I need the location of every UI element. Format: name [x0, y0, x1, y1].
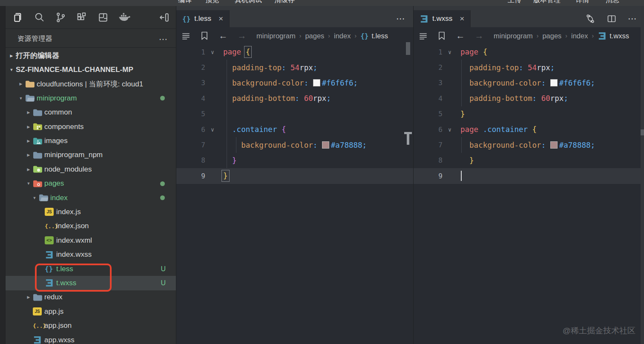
- breadcrumb-segment[interactable]: miniprogram: [256, 32, 296, 40]
- tree-item-app.json[interactable]: {..}app.json: [6, 318, 176, 333]
- outline-icon[interactable]: [176, 31, 195, 41]
- fold-chevron-icon[interactable]: ∨: [205, 49, 220, 55]
- docker-icon[interactable]: [118, 11, 131, 24]
- code-text: [457, 171, 462, 181]
- menu-item[interactable]: 真机调试: [235, 0, 262, 6]
- tree-item-redux[interactable]: ▶redux: [6, 290, 176, 304]
- scrollbar-thumb[interactable]: [406, 42, 410, 55]
- switch-editor-icon[interactable]: [585, 14, 595, 24]
- menu-item[interactable]: 版本管理: [533, 0, 561, 6]
- tree-item-index.json[interactable]: {..}index.json: [6, 219, 176, 233]
- forward-arrow-icon[interactable]: →: [233, 31, 251, 41]
- chevron-right-icon: ▶: [24, 110, 33, 115]
- line-number: 2: [414, 63, 443, 72]
- outline-icon[interactable]: [414, 31, 432, 41]
- menu-item[interactable]: 清缓存: [274, 0, 295, 6]
- tree-item-common[interactable]: ▶common: [6, 106, 176, 120]
- search-icon[interactable]: [33, 11, 46, 24]
- code-line-3: 3 background-color: #f6f6f6;: [176, 75, 413, 91]
- tree-item-miniprogram[interactable]: ▼miniprogram: [6, 91, 176, 105]
- tree-item-app.js[interactable]: JSapp.js: [6, 304, 176, 318]
- tab-t.wxss[interactable]: t.wxss×: [414, 10, 471, 27]
- tree-item-app.wxss[interactable]: app.wxss: [6, 333, 176, 344]
- fold-chevron-icon[interactable]: ∨: [443, 49, 457, 55]
- wxss-icon: [33, 335, 44, 344]
- tree-item-miniprogram_npm[interactable]: ▶miniprogram_npm: [6, 148, 176, 162]
- breadcrumb-segment[interactable]: pages: [305, 32, 324, 40]
- line-number: 1: [176, 48, 205, 56]
- tree-item-label: redux: [44, 293, 63, 301]
- token: [460, 63, 469, 72]
- tree-item-index.wxml[interactable]: <>index.wxml: [6, 233, 176, 247]
- back-arrow-icon[interactable]: ←: [214, 31, 233, 41]
- forward-arrow-icon[interactable]: →: [470, 31, 489, 41]
- code-text: page {: [220, 48, 250, 56]
- breadcrumb-segment[interactable]: pages: [542, 32, 561, 40]
- tree-section-SZ-FINANCE-MALL-CHANNEL-MP[interactable]: ▼SZ-FINANCE-MALL-CHANNEL-MP: [6, 63, 176, 77]
- tree-item-cloudfunctions | 当前环境: cloud1[interactable]: ▶cloudfunctions | 当前环境: cloud1: [6, 77, 176, 91]
- menu-item[interactable]: 上传: [508, 0, 521, 6]
- split-editor-icon[interactable]: [607, 14, 617, 24]
- tree-item-index.wxss[interactable]: index.wxss: [6, 247, 176, 261]
- bookmark-icon[interactable]: [432, 31, 451, 40]
- code-area[interactable]: 1∨page {2 padding-top: 54rpx;3 backgroun…: [176, 44, 413, 344]
- folder-cloud-icon: [25, 80, 37, 88]
- tree-item-index[interactable]: ▼index: [6, 191, 176, 205]
- fold-chevron-icon[interactable]: ∨: [205, 126, 220, 133]
- tab-bar: t.wxss×⋯: [414, 6, 644, 27]
- tree-item-pages[interactable]: ▼pages: [6, 177, 176, 191]
- tab-close-icon[interactable]: ×: [460, 14, 464, 23]
- extensions-icon[interactable]: [75, 11, 88, 24]
- token: [223, 63, 232, 72]
- breadcrumb-segment[interactable]: index: [571, 32, 588, 40]
- scrollbar-thumb[interactable]: [641, 129, 644, 135]
- tree-item-label: cloudfunctions | 当前环境: cloud1: [37, 79, 143, 89]
- tree-item-node_modules[interactable]: ▶node_modules: [6, 162, 176, 176]
- menu-item[interactable]: 预览: [205, 0, 219, 6]
- menu-item[interactable]: 详情: [575, 0, 589, 6]
- breadcrumb-file[interactable]: t.wxss: [598, 32, 629, 40]
- tree-item-label: app.js: [44, 307, 63, 316]
- tree-item-label: index.wxss: [56, 250, 92, 259]
- tab-t.less[interactable]: {}t.less×: [176, 10, 230, 27]
- token: [460, 94, 469, 103]
- more-editor-icon[interactable]: ⋯: [628, 14, 637, 24]
- code-text: }: [220, 156, 237, 165]
- token: [286, 63, 291, 72]
- indent-guide: [461, 137, 462, 152]
- fold-chevron-icon[interactable]: ∨: [443, 126, 457, 133]
- breadcrumb-file[interactable]: {}t.less: [360, 32, 388, 40]
- scrollbar-track[interactable]: [641, 6, 644, 344]
- collapse-sidebar-icon[interactable]: [158, 11, 171, 24]
- token: rpx: [537, 63, 550, 72]
- editor-pane-right[interactable]: t.wxss×⋯←→miniprogram›pages›index›t.wxss…: [413, 6, 644, 344]
- tree-item-index.js[interactable]: JSindex.js: [6, 205, 176, 219]
- color-swatch[interactable]: [550, 141, 558, 149]
- tree-item-t.less[interactable]: {}t.lessU: [6, 262, 176, 276]
- color-swatch[interactable]: [322, 141, 329, 149]
- menu-item[interactable]: 消息: [606, 0, 619, 6]
- color-swatch[interactable]: [313, 79, 320, 86]
- code-area[interactable]: 1∨page {2 padding-top: 54rpx;3 backgroun…: [414, 44, 644, 344]
- tree-item-components[interactable]: ▶components: [6, 120, 176, 134]
- token: ;: [591, 141, 595, 149]
- back-arrow-icon[interactable]: ←: [451, 31, 470, 41]
- bookmark-icon[interactable]: [195, 31, 214, 40]
- more-editor-icon[interactable]: ⋯: [396, 14, 405, 24]
- tree-item-t.wxss[interactable]: t.wxssU: [6, 276, 176, 290]
- folder-slate-icon: [33, 293, 44, 301]
- tree-item-images[interactable]: ▶images: [6, 134, 176, 148]
- breadcrumb-segment[interactable]: miniprogram: [494, 32, 533, 40]
- explorer-icon[interactable]: [12, 11, 24, 24]
- color-swatch[interactable]: [550, 79, 558, 86]
- breadcrumb-segment[interactable]: index: [334, 32, 351, 40]
- source-control-icon[interactable]: [54, 11, 67, 24]
- tab-close-icon[interactable]: ×: [218, 14, 223, 23]
- tree-section-打开的编辑器[interactable]: ▶打开的编辑器: [6, 49, 176, 63]
- explorer-more-actions-icon[interactable]: ⋯: [159, 37, 168, 41]
- token: padding-top: [469, 63, 519, 72]
- json-icon: {..}: [33, 323, 44, 329]
- editor-pane-left[interactable]: {}t.less×⋯←→miniprogram›pages›index›{}t.…: [176, 6, 413, 344]
- panel-icon[interactable]: [97, 11, 109, 24]
- menu-item[interactable]: 编译: [178, 0, 192, 6]
